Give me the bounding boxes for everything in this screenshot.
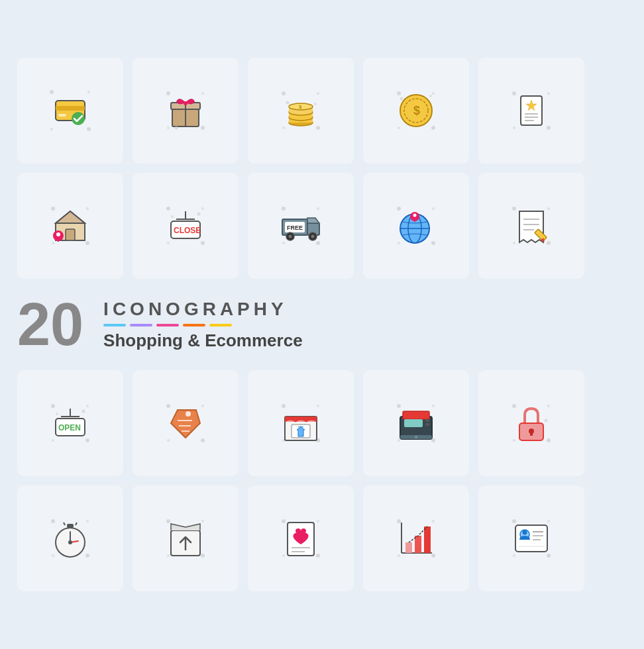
svg-point-80 xyxy=(311,235,315,238)
world-location-icon xyxy=(363,173,469,279)
svg-text:FREE: FREE xyxy=(287,225,303,231)
padlock-icon xyxy=(478,370,584,476)
svg-rect-130 xyxy=(425,419,429,422)
svg-point-137 xyxy=(547,438,551,442)
svg-point-123 xyxy=(397,404,401,408)
svg-point-110 xyxy=(201,405,204,407)
svg-text:OPEN: OPEN xyxy=(58,423,81,432)
svg-point-34 xyxy=(431,126,435,130)
svg-point-109 xyxy=(166,404,170,408)
svg-point-11 xyxy=(201,126,205,130)
svg-point-58 xyxy=(166,207,170,211)
credit-card-check-icon xyxy=(17,58,123,164)
svg-point-52 xyxy=(85,241,89,245)
svg-point-81 xyxy=(397,207,401,211)
svg-point-162 xyxy=(316,554,320,558)
svg-line-148 xyxy=(64,523,65,525)
svg-point-61 xyxy=(201,241,205,245)
svg-point-3 xyxy=(50,128,53,130)
clothing-store-icon xyxy=(248,370,354,476)
svg-point-41 xyxy=(547,92,550,95)
icon-row-2: CLOSE FREE xyxy=(17,173,627,279)
iconography-label: ICONOGRAPHY xyxy=(103,299,303,320)
svg-point-90 xyxy=(512,207,516,211)
svg-rect-174 xyxy=(424,526,431,553)
closed-sign-icon: CLOSE xyxy=(133,173,239,279)
svg-point-60 xyxy=(167,242,170,244)
subtitle: Shopping & Ecommerce xyxy=(103,330,303,351)
svg-rect-173 xyxy=(415,536,421,553)
svg-text:$: $ xyxy=(413,104,420,117)
svg-rect-172 xyxy=(405,542,412,553)
dollar-coin-icon: $ xyxy=(363,58,469,164)
svg-point-8 xyxy=(166,91,170,95)
svg-rect-5 xyxy=(56,106,85,111)
svg-point-143 xyxy=(86,520,89,523)
svg-point-17 xyxy=(282,91,286,95)
svg-point-42 xyxy=(513,126,515,129)
svg-point-135 xyxy=(547,405,550,407)
svg-point-153 xyxy=(166,519,170,523)
svg-point-117 xyxy=(282,404,286,408)
wishlist-heart-icon xyxy=(248,485,354,591)
svg-point-9 xyxy=(201,92,204,95)
svg-point-113 xyxy=(186,411,191,417)
svg-point-100 xyxy=(86,405,89,407)
svg-point-10 xyxy=(167,126,170,129)
color-bar-purple xyxy=(130,324,152,326)
icon-row-3: OPEN xyxy=(17,370,627,476)
color-bar-orange xyxy=(183,324,205,326)
svg-point-142 xyxy=(51,519,55,523)
svg-point-92 xyxy=(513,242,515,244)
svg-text:CLOSE: CLOSE xyxy=(174,226,201,235)
svg-rect-55 xyxy=(66,229,75,240)
svg-point-111 xyxy=(167,439,170,442)
svg-point-89 xyxy=(413,214,417,217)
svg-point-145 xyxy=(85,554,89,558)
svg-point-93 xyxy=(547,241,551,245)
svg-point-169 xyxy=(431,554,435,558)
main-container: $ $ xyxy=(17,58,627,591)
color-bar-blue xyxy=(103,324,126,326)
svg-point-134 xyxy=(512,404,516,408)
svg-text:$: $ xyxy=(299,104,302,110)
svg-point-141 xyxy=(545,419,548,423)
svg-point-168 xyxy=(398,554,400,557)
cash-register-icon xyxy=(363,370,469,476)
svg-point-166 xyxy=(397,519,401,523)
svg-point-177 xyxy=(513,554,515,557)
svg-point-39 xyxy=(429,95,432,97)
svg-point-50 xyxy=(86,207,89,210)
svg-rect-129 xyxy=(404,419,423,427)
svg-point-118 xyxy=(317,405,319,407)
svg-rect-128 xyxy=(403,411,429,419)
svg-point-112 xyxy=(201,438,205,442)
svg-point-0 xyxy=(50,90,54,94)
svg-point-31 xyxy=(397,91,401,95)
svg-point-175 xyxy=(512,519,516,523)
svg-point-18 xyxy=(317,92,319,95)
svg-point-30 xyxy=(314,103,317,105)
big-number: 20 xyxy=(17,295,83,354)
home-location-icon xyxy=(17,173,123,279)
svg-point-33 xyxy=(398,126,400,129)
svg-rect-147 xyxy=(67,524,74,528)
bar-chart-icon xyxy=(363,485,469,591)
svg-point-156 xyxy=(201,554,205,558)
icon-row-4 xyxy=(17,485,627,591)
package-upload-icon xyxy=(133,485,239,591)
svg-marker-74 xyxy=(307,218,319,223)
svg-point-32 xyxy=(432,92,435,95)
svg-point-83 xyxy=(398,242,400,244)
svg-point-19 xyxy=(282,126,285,129)
svg-point-15 xyxy=(184,101,188,105)
svg-point-59 xyxy=(201,207,204,210)
svg-point-152 xyxy=(68,540,72,544)
svg-rect-140 xyxy=(530,432,533,436)
svg-point-20 xyxy=(316,126,320,130)
svg-point-40 xyxy=(512,91,516,95)
svg-point-178 xyxy=(547,554,551,558)
svg-marker-54 xyxy=(56,211,85,223)
color-bars xyxy=(103,324,303,326)
svg-point-102 xyxy=(85,438,89,442)
